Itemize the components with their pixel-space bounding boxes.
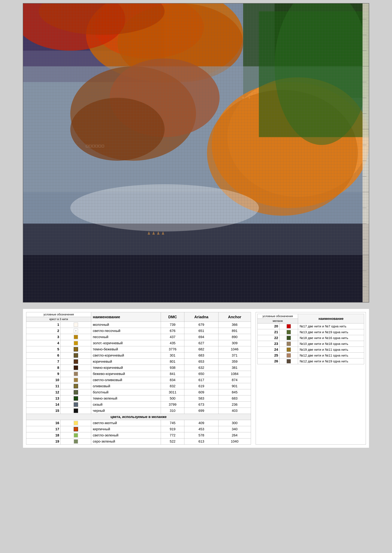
- item-name: светло-желтый: [91, 420, 161, 426]
- item-dmc: 500: [161, 395, 184, 402]
- cross-stitch-pattern: [23, 3, 369, 302]
- item-num: 16: [26, 420, 61, 426]
- item-anchor: 309: [218, 340, 251, 346]
- item-name: светло-зеленый: [91, 432, 161, 438]
- item-ariadna: 699: [184, 408, 218, 414]
- item-name: светло-коричневый: [91, 352, 161, 359]
- item-name: серо-зеленый: [91, 438, 161, 445]
- item-ariadna: 578: [184, 432, 218, 438]
- item-anchor: 359: [218, 359, 251, 365]
- ariadna-col-header: Ariadna: [184, 312, 218, 322]
- item-name: темно-бежевый: [91, 346, 161, 352]
- item-swatch: [61, 359, 91, 365]
- item-anchor: 236: [218, 402, 251, 408]
- item-dmc: 739: [161, 322, 184, 328]
- item-name: темно-коричневый: [91, 365, 161, 371]
- item-swatch: [61, 346, 91, 352]
- melange-item-name: №10 две нити и №18 одна нить: [298, 341, 364, 347]
- item-swatch: [61, 340, 91, 346]
- dmc-col-header: DMC: [161, 312, 184, 322]
- item-anchor: 264: [218, 432, 251, 438]
- item-num: 19: [26, 438, 61, 445]
- legend-left: условные обозначения наименование DMC Ar…: [26, 312, 251, 445]
- item-num: 9: [26, 371, 61, 377]
- item-ariadna: 617: [184, 377, 218, 383]
- item-name: бежево-коричневый: [91, 371, 161, 377]
- item-anchor: 901: [218, 383, 251, 389]
- item-name: коричневый: [91, 359, 161, 365]
- item-swatch: [61, 402, 91, 408]
- melange-item-swatch: [280, 329, 298, 335]
- melange-item-name: №12 две нити и №19 одна нить: [298, 359, 364, 364]
- melange-item-swatch: [280, 341, 298, 347]
- item-dmc: 834: [161, 377, 184, 383]
- item-dmc: 832: [161, 383, 184, 389]
- item-ariadna: 409: [184, 420, 218, 426]
- item-num: 14: [26, 402, 61, 408]
- item-anchor: 1084: [218, 371, 251, 377]
- melange-subheader: меланж: [258, 319, 298, 323]
- item-ariadna: 694: [184, 334, 218, 340]
- item-ariadna: 651: [184, 328, 218, 334]
- item-dmc: 745: [161, 420, 184, 426]
- item-swatch: [61, 352, 91, 359]
- melange-item-name: №17 две нити и №7 одна нить: [298, 323, 364, 329]
- melange-item-name: №18 две нити и №16 одна нить: [298, 335, 364, 341]
- item-num: 13: [26, 395, 61, 402]
- item-num: 6: [26, 352, 61, 359]
- item-dmc: 938: [161, 365, 184, 371]
- item-dmc: 301: [161, 352, 184, 359]
- item-num: 15: [26, 408, 61, 414]
- melange-item-swatch: [280, 335, 298, 341]
- item-num: 7: [26, 359, 61, 365]
- item-swatch: [61, 438, 91, 445]
- item-dmc: 310: [161, 408, 184, 414]
- item-num: 3: [26, 334, 61, 340]
- cross-label: крест в 3 нити: [28, 318, 90, 321]
- item-num: 5: [26, 346, 61, 352]
- item-ariadna: 613: [184, 438, 218, 445]
- item-ariadna: 619: [184, 383, 218, 389]
- conditions-label: условные обозначения: [28, 313, 90, 316]
- legend-table: условные обозначения наименование DMC Ar…: [26, 312, 251, 445]
- item-swatch: [61, 322, 91, 328]
- melange-label: меланж: [258, 319, 297, 323]
- item-num: 17: [26, 426, 61, 432]
- item-swatch: +: [61, 328, 91, 334]
- melange-item-swatch: [280, 347, 298, 352]
- item-anchor: 300: [218, 420, 251, 426]
- item-anchor: 890: [218, 334, 251, 340]
- item-ariadna: 650: [184, 371, 218, 377]
- item-dmc: 919: [161, 426, 184, 432]
- item-num: 2: [26, 328, 61, 334]
- item-dmc: 801: [161, 359, 184, 365]
- name-col-header: наименование: [91, 312, 161, 322]
- item-anchor: 403: [218, 408, 251, 414]
- item-swatch: [61, 334, 91, 340]
- item-swatch: [61, 371, 91, 377]
- item-num: 10: [26, 377, 61, 383]
- item-ariadna: 627: [184, 340, 218, 346]
- melange-item-num: 26: [258, 359, 280, 364]
- item-anchor: 1040: [218, 438, 251, 445]
- melange-item-swatch: [280, 323, 298, 329]
- melange-item-name: №12 две нити и №11 одна нить: [298, 352, 364, 359]
- item-swatch: [61, 383, 91, 389]
- item-num: 18: [26, 432, 61, 438]
- item-swatch: [61, 395, 91, 402]
- item-ariadna: 673: [184, 402, 218, 408]
- item-swatch: [61, 389, 91, 395]
- item-name: черный: [91, 408, 161, 414]
- item-anchor: 891: [218, 328, 251, 334]
- item-ariadna: 653: [184, 359, 218, 365]
- item-anchor: 845: [218, 389, 251, 395]
- item-ariadna: 682: [184, 346, 218, 352]
- item-anchor: 1046: [218, 346, 251, 352]
- item-name: светло-оливковый: [91, 377, 161, 383]
- conditions-header: условные обозначения: [26, 312, 91, 317]
- item-anchor: 340: [218, 426, 251, 432]
- legend-area: условные обозначения наименование DMC Ar…: [23, 309, 369, 448]
- right-conditions-label: условные обозначения: [258, 315, 297, 318]
- item-anchor: 683: [218, 395, 251, 402]
- item-swatch: [61, 420, 91, 426]
